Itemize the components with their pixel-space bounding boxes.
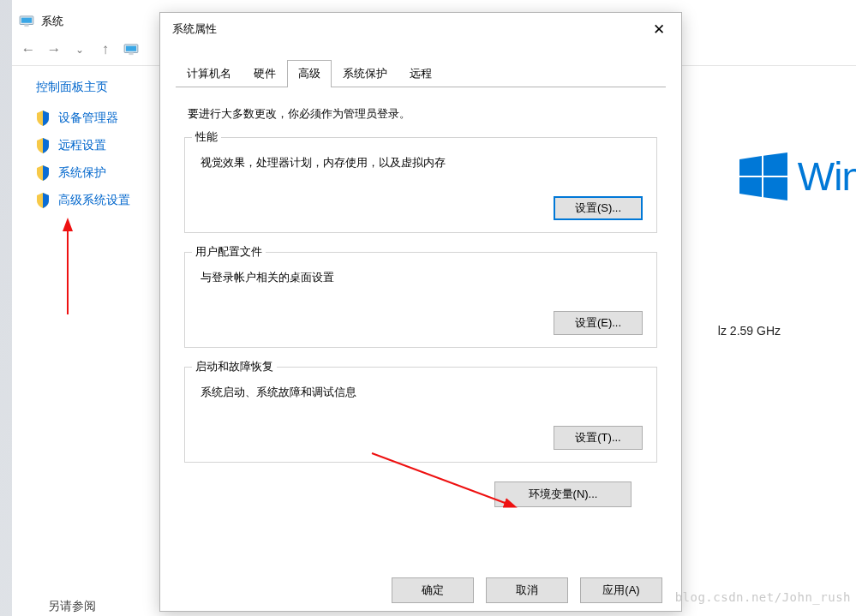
explorer-title-text: 系统 [41, 14, 63, 29]
button-label: 环境变量(N)... [529, 487, 598, 502]
svg-marker-9 [763, 177, 787, 200]
sidebar-item-label: 系统保护 [58, 165, 106, 181]
dialog-title: 系统属性 [172, 21, 217, 37]
button-label: 设置(S)... [575, 200, 621, 216]
nav-recent-chevron-icon[interactable]: ⌄ [69, 39, 91, 60]
group-startup-recovery: 启动和故障恢复 系统启动、系统故障和调试信息 设置(T)... [184, 367, 657, 463]
background-windows-branding: Winc [739, 153, 856, 200]
user-profiles-settings-button[interactable]: 设置(E)... [554, 311, 643, 335]
dialog-footer: 确定 取消 应用(A) [160, 570, 681, 611]
close-icon[interactable]: ✕ [640, 16, 678, 42]
group-user-profiles-legend: 用户配置文件 [192, 244, 266, 260]
svg-rect-1 [21, 18, 32, 23]
group-user-profiles: 用户配置文件 与登录帐户相关的桌面设置 设置(E)... [184, 252, 657, 348]
see-also-label: 另请参阅 [48, 599, 96, 614]
group-performance-desc: 视觉效果，处理器计划，内存使用，以及虚拟内存 [201, 155, 643, 170]
nav-back-icon[interactable]: ← [17, 39, 39, 60]
svg-rect-5 [129, 53, 133, 56]
svg-rect-4 [126, 46, 136, 51]
performance-settings-button[interactable]: 设置(S)... [554, 196, 643, 220]
system-properties-dialog: 系统属性 ✕ 计算机名 硬件 高级 系统保护 远程 要进行大多数更改，你必须作为… [159, 12, 682, 612]
nav-forward-icon[interactable]: → [43, 39, 65, 60]
watermark-text: blog.csdn.net/John_rush [675, 590, 851, 604]
tab-advanced[interactable]: 高级 [287, 60, 332, 87]
button-label: 设置(E)... [575, 315, 621, 331]
windows-brand-text: Winc [798, 153, 856, 200]
cancel-button[interactable]: 取消 [486, 577, 568, 603]
apply-button[interactable]: 应用(A) [580, 577, 662, 603]
tab-system-protection[interactable]: 系统保护 [332, 60, 398, 87]
dialog-titlebar: 系统属性 ✕ [160, 13, 681, 45]
environment-variables-button[interactable]: 环境变量(N)... [494, 481, 632, 507]
shield-icon [36, 111, 50, 126]
group-performance: 性能 视觉效果，处理器计划，内存使用，以及虚拟内存 设置(S)... [184, 137, 657, 233]
group-startup-recovery-legend: 启动和故障恢复 [192, 359, 277, 374]
left-decor-strip [0, 0, 12, 616]
shield-icon [36, 165, 50, 181]
tab-computer-name[interactable]: 计算机名 [176, 60, 242, 87]
svg-rect-2 [24, 25, 28, 27]
shield-icon [36, 193, 50, 208]
startup-recovery-settings-button[interactable]: 设置(T)... [554, 426, 643, 450]
shield-icon [36, 138, 50, 153]
monitor-icon [19, 15, 34, 27]
sidebar-item-label: 远程设置 [58, 138, 106, 153]
cpu-ghz-text: lz 2.59 GHz [718, 324, 781, 338]
group-user-profiles-desc: 与登录帐户相关的桌面设置 [201, 270, 643, 285]
nav-up-icon[interactable]: ↑ [94, 39, 117, 60]
svg-marker-8 [739, 177, 762, 197]
svg-marker-7 [763, 153, 787, 176]
windows-logo-icon [739, 153, 787, 200]
sidebar-item-label: 设备管理器 [58, 111, 118, 126]
svg-marker-6 [739, 156, 762, 176]
ok-button[interactable]: 确定 [392, 577, 474, 603]
admin-note: 要进行大多数更改，你必须作为管理员登录。 [188, 106, 657, 122]
tab-hardware[interactable]: 硬件 [242, 60, 287, 87]
dialog-tabs: 计算机名 硬件 高级 系统保护 远程 [160, 59, 681, 87]
dialog-body: 要进行大多数更改，你必须作为管理员登录。 性能 视觉效果，处理器计划，内存使用，… [160, 87, 681, 516]
group-startup-recovery-desc: 系统启动、系统故障和调试信息 [201, 385, 643, 400]
button-label: 设置(T)... [575, 430, 620, 446]
tab-remote[interactable]: 远程 [398, 60, 443, 87]
group-performance-legend: 性能 [192, 129, 221, 145]
sidebar-item-label: 高级系统设置 [58, 193, 130, 208]
address-monitor-icon [123, 44, 139, 56]
